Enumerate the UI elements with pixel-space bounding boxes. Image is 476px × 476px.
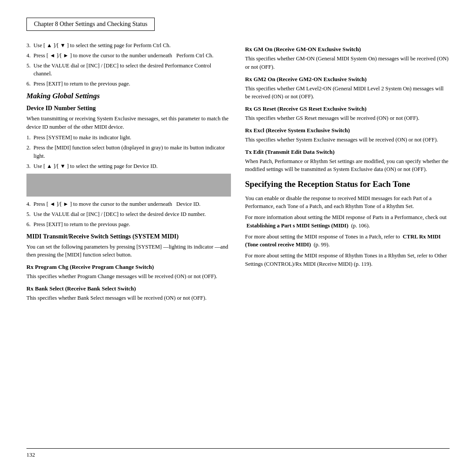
rx-program-title: Rx Program Chg (Receive Program Change S… [26, 264, 231, 271]
section3-link2-page: (p. 99). [314, 242, 330, 248]
rx-gs-title: Rx GS Reset (Receive GS Reset Exclusive … [245, 105, 450, 112]
section1-heading: Making Global Settings [26, 92, 231, 100]
section1-desc: When transmitting or receiving System Ex… [26, 115, 231, 131]
list-item: 6. Press [EXIT] to return to the previou… [26, 220, 231, 229]
rx-gs-desc: This specifies whether GS Reset messages… [245, 114, 450, 123]
tx-edit-title: Tx Edit (Transmit Edit Data Switch) [245, 149, 450, 156]
rx-excl-title: Rx Excl (Receive System Exclusive Switch… [245, 127, 450, 134]
page: Chapter 8 Other Settings and Checking St… [0, 0, 476, 476]
list-item: 1. Press [SYSTEM] to make its indicator … [26, 134, 231, 142]
intro-list: 3. Use [ ▲ ]/[ ▼ ] to select the setting… [26, 41, 231, 88]
list-item: 2. Press the [MIDI] function select butt… [26, 144, 231, 160]
right-column: Rx GM On (Receive GM-ON Exclusive Switch… [245, 41, 450, 443]
section3-para3: For more about setting the MIDI response… [245, 233, 450, 249]
tx-edit-desc: When Patch, Performance or Rhythm Set se… [245, 157, 450, 174]
list-item: 3. Use [ ▲ ]/[ ▼ ] to select the setting… [26, 162, 231, 171]
two-column-layout: 3. Use [ ▲ ]/[ ▼ ] to select the setting… [26, 41, 450, 443]
image-placeholder [26, 174, 231, 197]
section2-heading: MIDI Transmit/Receive Switch Settings (S… [26, 233, 231, 240]
list-item: 4. Press [ ◄ ]/[ ► ] to move the cursor … [26, 52, 231, 60]
list-item: 5. Use the VALUE dial or [INC] / [DEC] t… [26, 62, 231, 78]
rx-gm-desc: This specifies whether GM-ON (General MI… [245, 55, 450, 71]
list-item: 5. Use the VALUE dial or [INC] / [DEC] t… [26, 210, 231, 219]
rx-gm-title: Rx GM On (Receive GM-ON Exclusive Switch… [245, 46, 450, 53]
section3-para2: For more information about setting the M… [245, 213, 450, 230]
rx-bank-desc: This specifies whether Bank Select messa… [26, 294, 231, 302]
rx-program-desc: This specifies whether Program Change me… [26, 272, 231, 281]
section3-heading: Specifying the Reception Status for Each… [245, 179, 450, 190]
footer: 132 [26, 448, 450, 458]
rx-excl-desc: This specifies whether System Exclusive … [245, 136, 450, 144]
rx-gm2-title: Rx GM2 On (Receive GM2-ON Exclusive Swit… [245, 76, 450, 83]
chapter-title: Chapter 8 Other Settings and Checking St… [34, 21, 147, 27]
list-item: 4. Press [ ◄ ]/[ ► ] to move the cursor … [26, 200, 231, 208]
section1-list1: 1. Press [SYSTEM] to make its indicator … [26, 134, 231, 170]
list-item: 6. Press [EXIT] to return to the previou… [26, 80, 231, 88]
chapter-header: Chapter 8 Other Settings and Checking St… [26, 18, 155, 31]
left-column: 3. Use [ ▲ ]/[ ▼ ] to select the setting… [26, 41, 231, 443]
section3-para4: For more about setting the MIDI response… [245, 252, 450, 268]
section2-desc: You can set the following parameters by … [26, 243, 231, 260]
page-number: 132 [26, 451, 35, 458]
list-item: 3. Use [ ▲ ]/[ ▼ ] to select the setting… [26, 41, 231, 50]
rx-gm2-desc: This specifies whether GM Level2-ON (Gen… [245, 85, 450, 101]
section3-link1: Establishing a Part s MIDI Settings (MID… [246, 223, 348, 229]
rx-bank-title: Rx Bank Select (Receive Bank Select Swit… [26, 285, 231, 292]
section3-link1-page: (p. 106). [351, 223, 370, 229]
section1-subheading: Device ID Number Setting [26, 105, 231, 112]
section3-desc1: You can enable or disable the response t… [245, 194, 450, 211]
section1-list2: 4. Press [ ◄ ]/[ ► ] to move the cursor … [26, 200, 231, 228]
